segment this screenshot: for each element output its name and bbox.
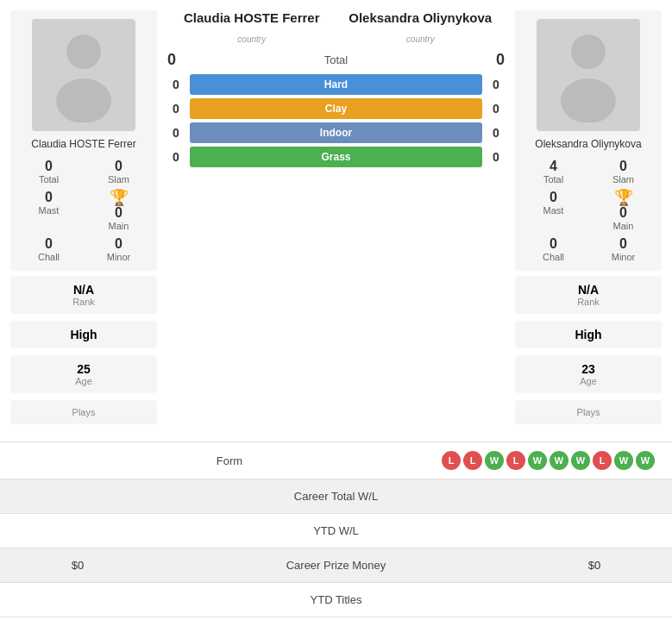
right-trophy: 🏆 0 Main [593,190,653,231]
clay-badge: Clay [190,98,482,119]
grass-row: 0 Grass 0 [167,147,505,167]
total-left: 0 [167,51,176,69]
grass-left-score: 0 [167,150,185,164]
prize-right: $0 [534,559,655,572]
left-info-panel: N/A Rank High 25 Age Plays [10,276,157,428]
right-high-box: High [515,321,662,348]
ytd-titles-row: YTD Titles [0,583,672,617]
form-row: Form L L W L W W W L W W [0,442,672,479]
svg-point-0 [66,34,101,69]
clay-right-score: 0 [487,102,505,116]
stats-rows: Form L L W L W W W L W W Career Total W/… [0,442,672,617]
indoor-left-score: 0 [167,126,185,140]
prize-label: Career Prize Money [138,559,534,572]
svg-point-3 [561,78,616,122]
right-age-box: 23 Age [515,355,662,393]
form-badge-1: L [463,451,482,470]
right-chall-stat: 0 Chall [524,236,583,262]
indoor-badge: Indoor [190,122,482,143]
hard-badge: Hard [190,74,482,95]
right-player-card: Oleksandra Oliynykova 4 Total 0 Slam 0 M… [515,10,662,271]
form-badge-6: W [571,451,590,470]
career-wl-row: Career Total W/L [0,479,672,514]
total-right: 0 [496,51,505,69]
left-player-avatar [32,19,135,131]
form-label: Form [17,454,442,467]
right-mast-stat: 0 Mast [524,190,583,231]
country-row: country country [167,30,505,46]
grass-badge: Grass [190,147,482,167]
right-info-panel: N/A Rank High 23 Age Plays [515,276,662,428]
ytd-titles-label: YTD Titles [138,593,534,606]
right-player-avatar [537,19,640,131]
grass-right-score: 0 [487,150,505,164]
left-trophy: 🏆 0 Main [89,190,148,231]
form-badge-3: L [506,451,525,470]
left-slam-stat: 0 Slam [89,159,148,185]
right-total-stat: 4 Total [524,159,583,185]
right-country: country [406,34,435,44]
ytd-wl-label: YTD W/L [138,524,534,537]
total-row: 0 Total 0 [167,49,505,74]
left-player-name: Claudia HOSTE Ferrer [31,138,135,150]
clay-row: 0 Clay 0 [167,98,505,119]
right-plays-box: Plays [515,400,662,424]
left-player-card: Claudia HOSTE Ferrer 0 Total 0 Slam 0 Ma… [10,10,157,271]
center-spacer [162,276,510,428]
left-rank-box: N/A Rank [10,276,157,314]
info-panels-row: N/A Rank High 25 Age Plays N/A Rank Hig [0,271,672,438]
hard-row: 0 Hard 0 [167,74,505,95]
right-slam-stat: 0 Slam [593,159,653,185]
right-player-stats: 4 Total 0 Slam 0 Mast 🏆 0 Main 0 [524,159,653,262]
hard-right-score: 0 [487,78,505,91]
clay-left-score: 0 [167,102,185,116]
right-player-name: Oleksandra Oliynykova [535,138,641,150]
right-name-header: Oleksandra Oliynykova [336,10,506,25]
hard-left-score: 0 [167,78,185,91]
indoor-row: 0 Indoor 0 [167,122,505,143]
left-plays-box: Plays [10,400,157,424]
total-label: Total [324,53,348,66]
names-row: Claudia HOSTE Ferrer Oleksandra Oliynyko… [167,10,505,25]
form-badge-9: W [636,451,655,470]
right-rank-box: N/A Rank [515,276,662,314]
svg-point-2 [571,34,606,69]
left-high-box: High [10,321,157,348]
svg-point-1 [56,78,111,122]
left-minor-stat: 0 Minor [89,236,148,262]
form-badge-7: L [593,451,612,470]
form-badges: L L W L W W W L W W [442,451,655,470]
left-total-stat: 0 Total [19,159,79,185]
left-name-header: Claudia HOSTE Ferrer [167,10,336,25]
indoor-right-score: 0 [487,126,505,140]
prize-left: $0 [17,559,138,572]
right-trophy-icon: 🏆 [614,190,633,205]
ytd-wl-row: YTD W/L [0,514,672,548]
center-section: Claudia HOSTE Ferrer Oleksandra Oliynyko… [162,10,510,167]
surfaces-container: 0 Hard 0 0 Clay 0 0 Indoor 0 [167,74,505,167]
form-badge-5: W [550,451,568,470]
form-badge-0: L [442,451,461,470]
main-container: Claudia HOSTE Ferrer 0 Total 0 Slam 0 Ma… [0,0,672,617]
right-minor-stat: 0 Minor [593,236,653,262]
left-country: country [237,34,266,44]
left-trophy-icon: 🏆 [110,190,129,205]
career-wl-label: Career Total W/L [138,490,534,503]
form-badge-2: W [485,451,504,470]
prize-row: $0 Career Prize Money $0 [0,548,672,583]
left-chall-stat: 0 Chall [19,236,79,262]
form-badge-4: W [528,451,547,470]
left-player-stats: 0 Total 0 Slam 0 Mast 🏆 0 Main 0 [19,159,148,262]
left-age-box: 25 Age [10,355,157,393]
left-mast-stat: 0 Mast [19,190,79,231]
form-badge-8: W [614,451,633,470]
